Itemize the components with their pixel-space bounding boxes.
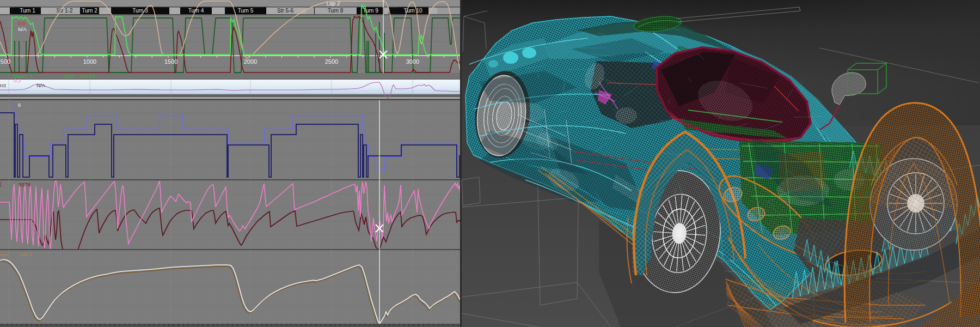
svg-text:Turn 8: Turn 8: [328, 8, 344, 14]
svg-text:-0.2: -0.2: [13, 78, 21, 83]
svg-text:Str 5-6: Str 5-6: [277, 8, 293, 14]
svg-text:Turn 1: Turn 1: [20, 8, 35, 14]
svg-text:2500: 2500: [325, 58, 338, 65]
svg-text:0.0: 0.0: [18, 20, 25, 26]
svg-text:m/h]: m/h]: [0, 252, 10, 257]
svg-text:rct: rct: [0, 82, 6, 88]
svg-text:Turn 2: Turn 2: [82, 8, 97, 14]
svg-text:2000: 2000: [244, 58, 257, 65]
svg-text:3000: 3000: [406, 58, 419, 65]
svg-text:Turn 5: Turn 5: [238, 8, 254, 14]
svg-text:N/A: N/A: [36, 82, 46, 88]
svg-text:Turn 4: Turn 4: [188, 8, 204, 14]
svg-text:500: 500: [1, 58, 10, 65]
svg-text:Rate: 100 Hz: Rate: 100 Hz: [64, 74, 96, 79]
svg-text:1000: 1000: [83, 58, 96, 65]
svg-text:6: 6: [18, 102, 21, 108]
svg-text:248.3: 248.3: [19, 251, 32, 257]
svg-text:1500: 1500: [164, 58, 177, 65]
svg-text:N/A: N/A: [18, 26, 27, 32]
svg-text:]: ]: [0, 181, 2, 187]
svg-text:5978: 5978: [19, 181, 30, 187]
